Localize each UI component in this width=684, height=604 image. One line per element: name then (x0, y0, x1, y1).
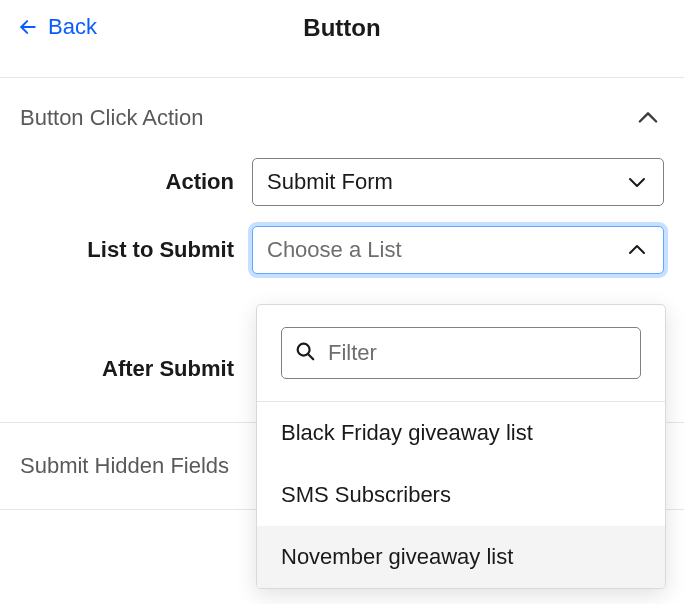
field-label-list: List to Submit (20, 237, 252, 263)
chevron-down-icon (625, 170, 649, 194)
page-title: Button (303, 14, 380, 42)
action-select[interactable]: Submit Form (252, 158, 664, 206)
section-header-click-action[interactable]: Button Click Action (0, 78, 684, 158)
field-label-action: Action (20, 169, 252, 195)
list-dropdown: Black Friday giveaway list SMS Subscribe… (256, 304, 666, 589)
field-row-list-to-submit: List to Submit Choose a List (20, 226, 664, 274)
back-label: Back (48, 14, 97, 40)
list-item[interactable]: November giveaway list (257, 526, 665, 588)
header: Back Button (0, 0, 684, 78)
list-to-submit-select[interactable]: Choose a List (252, 226, 664, 274)
dropdown-search-wrap (257, 305, 665, 401)
chevron-up-icon (625, 238, 649, 262)
search-icon (294, 340, 316, 366)
list-select-placeholder: Choose a List (267, 237, 402, 263)
back-button[interactable]: Back (18, 14, 97, 40)
field-label-after-submit: After Submit (20, 356, 252, 382)
arrow-left-icon (18, 17, 38, 37)
filter-input[interactable] (328, 340, 628, 366)
action-select-value: Submit Form (267, 169, 393, 195)
field-row-action: Action Submit Form (20, 158, 664, 206)
chevron-up-icon (634, 104, 662, 132)
dropdown-list: Black Friday giveaway list SMS Subscribe… (257, 402, 665, 588)
section-title: Submit Hidden Fields (20, 453, 229, 479)
svg-line-2 (308, 354, 313, 359)
section-title: Button Click Action (20, 105, 203, 131)
list-item[interactable]: SMS Subscribers (257, 464, 665, 526)
dropdown-search (281, 327, 641, 379)
list-item[interactable]: Black Friday giveaway list (257, 402, 665, 464)
